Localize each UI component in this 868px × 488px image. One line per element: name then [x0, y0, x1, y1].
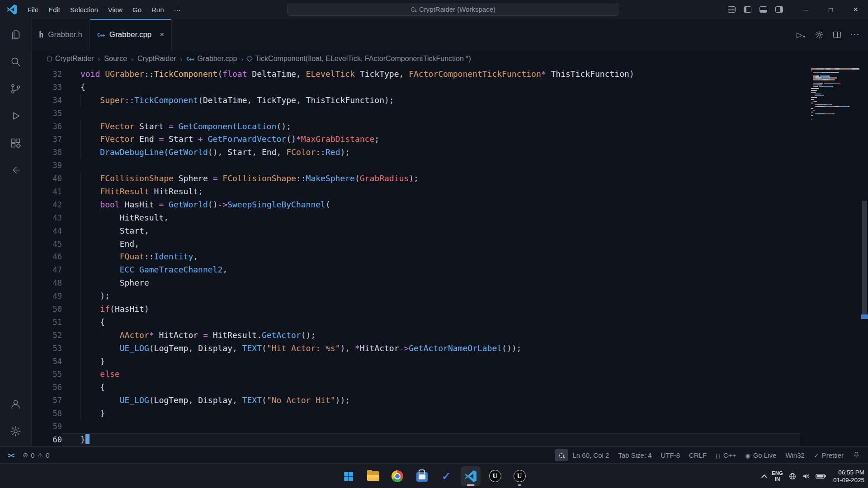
settings-icon[interactable] [815, 30, 824, 39]
status-eol-sequence[interactable]: CRLF [685, 449, 711, 461]
line-number[interactable]: 60 [32, 433, 62, 446]
minimize-button[interactable]: ─ [793, 0, 818, 19]
code-line[interactable]: 50 if(HasHit) [32, 303, 800, 316]
taskbar-start-button[interactable] [339, 466, 359, 486]
maximize-button[interactable]: □ [818, 0, 843, 19]
code-line[interactable]: 54 } [32, 355, 800, 368]
code-line[interactable]: 36 FVector Start = GetComponentLocation(… [32, 120, 800, 133]
breadcrumb-item[interactable]: C++Grabber.cpp [186, 55, 237, 63]
breadcrumb-item[interactable]: CryptRaider [137, 55, 176, 63]
menu-item-[interactable]: ··· [169, 3, 186, 16]
line-number[interactable]: 35 [32, 107, 62, 120]
search-sidebar-icon[interactable] [5, 50, 27, 73]
menu-item-edit[interactable]: Edit [43, 3, 65, 16]
remote-indicator[interactable]: >< [4, 449, 18, 461]
source-control-icon[interactable] [5, 77, 27, 100]
line-number[interactable]: 34 [32, 94, 62, 107]
line-number[interactable]: 52 [32, 329, 62, 342]
code-line[interactable]: 32void UGrabber::TickComponent(float Del… [32, 68, 800, 81]
close-button[interactable]: × [843, 0, 868, 19]
taskbar-clock[interactable]: 06:55 PM 01-09-2025 [833, 469, 864, 484]
taskbar-unreal-button[interactable]: U [509, 466, 529, 486]
code-line[interactable]: 60} [32, 433, 800, 446]
menu-item-run[interactable]: Run [146, 3, 169, 16]
line-number[interactable]: 57 [32, 394, 62, 407]
toggle-secondary-sidebar-icon[interactable] [775, 6, 783, 13]
code-line[interactable]: 38 DrawDebugLine(GetWorld(), Start, End,… [32, 146, 800, 159]
line-number[interactable]: 50 [32, 303, 62, 316]
tab-grabber-h[interactable]: hGrabber.h [32, 19, 90, 51]
line-number[interactable]: 41 [32, 185, 62, 198]
menu-item-go[interactable]: Go [127, 3, 146, 16]
line-number[interactable]: 58 [32, 407, 62, 420]
battery-icon[interactable] [816, 473, 826, 479]
line-number[interactable]: 48 [32, 277, 62, 290]
code-line[interactable]: 55 else [32, 368, 800, 381]
line-number[interactable]: 45 [32, 238, 62, 251]
code-line[interactable]: 51 { [32, 316, 800, 329]
code-line[interactable]: 47 ECC_GameTraceChannel2, [32, 263, 800, 277]
explorer-icon[interactable] [5, 23, 27, 46]
code-line[interactable]: 40 FCollisionShape Sphere = FCollisionSh… [32, 172, 800, 185]
line-number[interactable]: 54 [32, 355, 62, 368]
taskbar-explorer-button[interactable] [363, 466, 383, 486]
line-number[interactable]: 43 [32, 211, 62, 225]
code-line[interactable]: 39 [32, 159, 800, 172]
taskbar-chrome-button[interactable] [387, 466, 407, 486]
line-number[interactable]: 39 [32, 159, 62, 172]
code-line[interactable]: 53 UE_LOG(LogTemp, Display, TEXT("Hit Ac… [32, 342, 800, 355]
menu-item-selection[interactable]: Selection [65, 3, 103, 16]
split-editor-icon[interactable] [833, 32, 841, 38]
taskbar-vscode-button[interactable] [461, 466, 481, 486]
run-debug-icon[interactable] [5, 104, 27, 127]
code-line[interactable]: 35 [32, 107, 800, 120]
taskbar-todo-button[interactable]: ✓ [436, 466, 456, 486]
code-line[interactable]: 37 FVector End = Start + GetForwardVecto… [32, 133, 800, 146]
line-number[interactable]: 42 [32, 198, 62, 211]
tray-chevron-icon[interactable] [762, 474, 766, 478]
status-encoding[interactable]: UTF-8 [657, 449, 684, 461]
line-number[interactable]: 47 [32, 263, 62, 277]
language-indicator[interactable]: ENG IN [772, 470, 783, 482]
line-number[interactable]: 49 [32, 290, 62, 303]
line-number[interactable]: 53 [32, 342, 62, 355]
code-line[interactable]: 49 ); [32, 290, 800, 303]
line-number[interactable]: 44 [32, 225, 62, 238]
back-arrow-icon[interactable] [5, 158, 27, 182]
volume-icon[interactable] [802, 472, 810, 480]
code-line[interactable]: 45 End, [32, 238, 800, 251]
code-line[interactable]: 46 FQuat::Identity, [32, 250, 800, 263]
status-language-mode[interactable]: {}C++ [712, 449, 740, 461]
line-number[interactable]: 59 [32, 420, 62, 433]
status-platform-toolset[interactable]: Win32 [781, 449, 809, 461]
code-line[interactable]: 48 Sphere [32, 277, 800, 290]
breadcrumb-item[interactable]: TickComponent(float, ELevelTick, FActorC… [247, 55, 471, 63]
code-line[interactable]: 44 Start, [32, 225, 800, 238]
line-number[interactable]: 36 [32, 120, 62, 133]
network-globe-icon[interactable] [788, 472, 797, 480]
taskbar-store-button[interactable] [412, 466, 432, 486]
line-number[interactable]: 37 [32, 133, 62, 146]
taskbar-unreal-button[interactable]: U [485, 466, 505, 486]
settings-gear-icon[interactable] [5, 419, 27, 443]
minimap[interactable] [811, 68, 861, 121]
code-line[interactable]: 33{ [32, 81, 800, 94]
code-line[interactable]: 41 FHitResult HitResult; [32, 185, 800, 198]
command-center-search[interactable]: CryptRaider (Workspace) [287, 3, 619, 16]
code-line[interactable]: 42 bool HasHit = GetWorld()->SweepSingle… [32, 198, 800, 211]
account-icon[interactable] [5, 392, 27, 416]
line-number[interactable]: 46 [32, 250, 62, 263]
run-icon[interactable]: ▷▾ [797, 30, 805, 40]
breadcrumb-item[interactable]: Source [104, 55, 127, 63]
menu-item-view[interactable]: View [103, 3, 127, 16]
close-tab-icon[interactable]: × [160, 30, 164, 39]
line-number[interactable]: 40 [32, 172, 62, 185]
status-indentation[interactable]: Tab Size: 4 [614, 449, 656, 461]
status-zoom-indicator[interactable] [555, 449, 568, 461]
code-line[interactable]: 57 UE_LOG(LogTemp, Display, TEXT("No Act… [32, 394, 800, 407]
code-lines[interactable]: 32void UGrabber::TickComponent(float Del… [32, 68, 800, 446]
more-actions-icon[interactable]: ··· [850, 30, 860, 40]
line-number[interactable]: 55 [32, 368, 62, 381]
toggle-panel-icon[interactable] [760, 6, 767, 13]
toggle-primary-sidebar-icon[interactable] [744, 6, 751, 13]
